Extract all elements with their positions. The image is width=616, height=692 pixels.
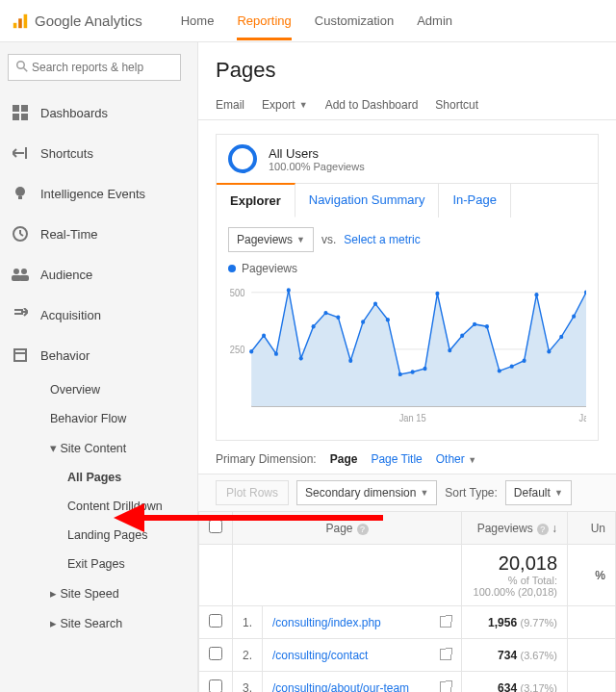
svg-point-36 (348, 359, 352, 363)
svg-point-39 (386, 318, 390, 321)
col-page[interactable]: Page? (233, 512, 462, 545)
col-unique[interactable]: Un (568, 512, 616, 545)
search-icon (16, 61, 28, 75)
sidebar-item-audience[interactable]: Audience (8, 254, 190, 295)
data-table: Page? Pageviews? ↓ Un 20,018% of Total: … (198, 511, 616, 692)
sub-exit-pages[interactable]: Exit Pages (40, 550, 190, 578)
search-input[interactable] (32, 61, 172, 74)
sub-content-drilldown[interactable]: Content Drilldown (40, 492, 190, 521)
tb-add-dashboard[interactable]: Add to Dashboard (325, 98, 419, 112)
tb-email[interactable]: Email (216, 98, 244, 112)
svg-rect-7 (13, 114, 19, 120)
svg-point-37 (361, 320, 365, 323)
sort-type-dropdown[interactable]: Default ▼ (505, 480, 572, 505)
help-icon[interactable]: ? (357, 524, 369, 535)
row-un (568, 639, 616, 672)
nav-admin[interactable]: Admin (417, 2, 452, 39)
row-page: /consulting/index.php (263, 606, 462, 639)
sub-landing-pages[interactable]: Landing Pages (40, 521, 190, 550)
tab-in-page[interactable]: In-Page (439, 184, 511, 218)
sidebar-item-intelligence[interactable]: Intelligence Events (8, 173, 190, 214)
dim-other-label: Other (436, 452, 465, 466)
tab-explorer[interactable]: Explorer (217, 183, 295, 218)
tb-shortcut[interactable]: Shortcut (435, 98, 478, 112)
sub-all-pages[interactable]: All Pages (40, 463, 190, 492)
external-link-icon[interactable] (440, 649, 451, 660)
dim-page[interactable]: Page (330, 452, 358, 466)
svg-point-53 (559, 335, 563, 339)
external-link-icon[interactable] (440, 681, 451, 693)
external-link-icon[interactable] (440, 616, 451, 628)
search-box[interactable] (8, 54, 181, 81)
table-row: 2./consulting/contact734 (3.67%) (199, 639, 616, 672)
nav-customization[interactable]: Customization (315, 2, 394, 39)
help-icon[interactable]: ? (537, 524, 549, 535)
table-controls: Plot Rows Secondary dimension ▼ Sort Typ… (198, 474, 616, 511)
sidebar: Dashboards Shortcuts Intelligence Events… (0, 42, 197, 692)
nav-home[interactable]: Home (181, 2, 215, 39)
export-label: Export (262, 98, 295, 112)
legend-label: Pageviews (242, 262, 297, 275)
nav-reporting[interactable]: Reporting (237, 2, 291, 39)
sub-site-search[interactable]: Site Search (23, 608, 190, 638)
sidebar-item-acquisition[interactable]: Acquisition (8, 295, 190, 335)
secondary-dim-dropdown[interactable]: Secondary dimension ▼ (296, 480, 437, 505)
col-pageviews[interactable]: Pageviews? ↓ (462, 512, 568, 545)
row-checkbox[interactable] (209, 679, 222, 692)
metric-dropdown[interactable]: Pageviews ▼ (228, 227, 314, 252)
sub-site-speed[interactable]: Site Speed (23, 578, 190, 608)
tb-export[interactable]: Export ▼ (262, 98, 308, 112)
row-checkbox[interactable] (209, 647, 222, 660)
col-checkbox (199, 512, 233, 545)
tab-nav-summary[interactable]: Navigation Summary (295, 184, 440, 218)
sub-overview[interactable]: Overview (23, 375, 190, 404)
svg-rect-8 (21, 114, 28, 120)
svg-point-35 (336, 316, 340, 320)
sort-arrow-icon: ↓ (552, 522, 557, 535)
shortcuts-icon (12, 144, 29, 162)
ga-logo-icon (12, 13, 29, 30)
svg-point-44 (448, 348, 451, 352)
sidebar-item-realtime[interactable]: Real-Time (8, 214, 190, 254)
row-un (568, 606, 616, 639)
svg-point-40 (398, 372, 402, 376)
svg-text:500: 500 (230, 287, 244, 297)
dim-page-title[interactable]: Page Title (371, 452, 422, 466)
total-pv-value: 20,018 (472, 552, 557, 575)
svg-rect-19 (19, 275, 29, 281)
page-link[interactable]: /consulting/contact (272, 649, 368, 662)
dim-other[interactable]: Other ▼ (436, 452, 476, 466)
select-all-checkbox[interactable] (209, 520, 222, 533)
row-pv: 734 (3.67%) (462, 639, 568, 672)
svg-line-15 (20, 234, 23, 236)
svg-rect-0 (13, 22, 17, 27)
svg-rect-2 (24, 13, 28, 27)
vs-label: vs. (321, 233, 336, 246)
svg-point-41 (411, 370, 415, 373)
page-link[interactable]: /consulting/index.php (272, 616, 381, 629)
caret-down-icon: ▼ (420, 488, 428, 498)
segment-header[interactable]: All Users 100.00% Pageviews (217, 135, 598, 184)
brand-name: Google Analytics (35, 13, 142, 29)
sidebar-label: Audience (40, 268, 92, 282)
row-checkbox[interactable] (209, 614, 222, 628)
row-pv: 1,956 (9.77%) (462, 606, 568, 639)
sidebar-item-dashboards[interactable]: Dashboards (8, 92, 190, 133)
page-link[interactable]: /consulting/about/our-team (272, 681, 409, 693)
acquisition-icon (12, 306, 29, 323)
sidebar-label: Intelligence Events (40, 187, 145, 201)
svg-point-28 (249, 349, 253, 353)
sub-site-content[interactable]: Site Content (23, 433, 190, 463)
sidebar-item-shortcuts[interactable]: Shortcuts (8, 133, 190, 173)
totals-row: 20,018% of Total: 100.00% (20,018) % (199, 545, 616, 606)
bulb-icon (12, 185, 29, 202)
sub-behavior-flow[interactable]: Behavior Flow (23, 404, 190, 433)
total-pv: 20,018% of Total: 100.00% (20,018) (462, 545, 568, 606)
sidebar-item-behavior[interactable]: Behavior (8, 335, 190, 375)
dashboards-icon (12, 104, 29, 121)
caret-down-icon: ▼ (296, 235, 305, 244)
svg-rect-12 (18, 196, 22, 199)
select-metric-link[interactable]: Select a metric (344, 233, 420, 246)
secondary-dim-label: Secondary dimension (305, 486, 416, 500)
row-un (568, 672, 616, 693)
